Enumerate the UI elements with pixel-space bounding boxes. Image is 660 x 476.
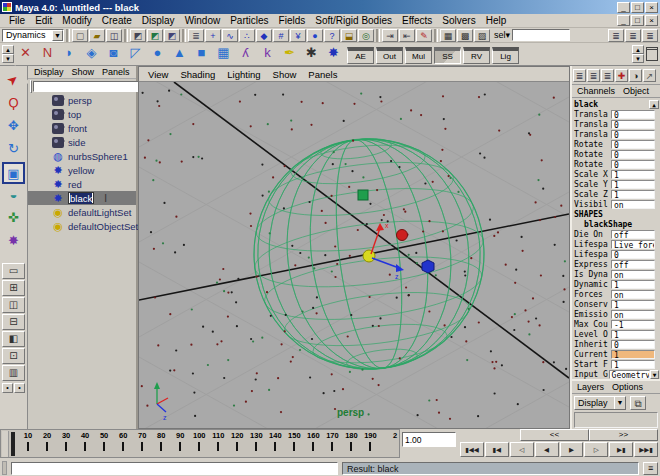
viewport-scene[interactable]: xzzpersp xyxy=(139,82,569,428)
highlight-icon[interactable]: ◎ xyxy=(358,29,374,42)
play-backward-button[interactable]: ◀ xyxy=(535,442,559,457)
command-line-handle[interactable] xyxy=(2,461,7,475)
current-frame-marker[interactable] xyxy=(11,432,15,456)
planar-icon[interactable]: ◸ xyxy=(125,44,146,64)
outliner-item-defaultobjectset[interactable]: ◉defaultObjectSet xyxy=(28,219,136,233)
new-scene-icon[interactable]: ▢ xyxy=(72,29,88,42)
select-object-icon[interactable]: ◩ xyxy=(147,29,163,42)
move-tool-icon[interactable]: ✥ xyxy=(2,116,25,138)
last-tool-icon[interactable]: ✸ xyxy=(2,231,25,253)
layout-two-pane-stacked-button[interactable]: ⊟ xyxy=(2,314,25,330)
lasso-tool-icon[interactable]: Ϙ xyxy=(2,93,25,115)
outliner-sort-icon[interactable]: ≡ xyxy=(30,80,32,93)
manip-contrast-icon[interactable]: ◑ xyxy=(629,69,642,82)
manip-axis-icon[interactable]: ✚ xyxy=(615,69,628,82)
menu-file[interactable]: File xyxy=(4,14,30,27)
outliner-item-persp[interactable]: persp xyxy=(28,93,136,107)
outliner-item-defaultlightset[interactable]: ◉defaultLightSet xyxy=(28,205,136,219)
menu-display[interactable]: Display xyxy=(137,14,180,27)
construction-history-icon[interactable]: ● xyxy=(307,29,323,42)
manip-arrow-icon[interactable]: ↗ xyxy=(643,69,656,82)
construction-toggle-icon[interactable]: ✎ xyxy=(416,29,432,42)
window-close-button[interactable]: × xyxy=(645,2,658,13)
green-emitter-marker[interactable] xyxy=(358,190,368,200)
soft-mod-tool-icon[interactable]: ◒ xyxy=(2,185,25,207)
select-hierarchy-icon[interactable]: ◩ xyxy=(130,29,146,42)
rename-edit-field[interactable]: black xyxy=(68,192,94,204)
extrude-icon[interactable]: ◙ xyxy=(103,44,124,64)
lock-icon[interactable]: ⬓ xyxy=(341,29,357,42)
poly-cylinder-icon[interactable]: ▦ xyxy=(213,44,234,64)
shelf-button-rv[interactable]: RV xyxy=(463,47,490,64)
layout-two-pane-side-button[interactable]: ◫ xyxy=(2,297,25,313)
rotate-tool-icon[interactable]: ↻ xyxy=(2,139,25,161)
snap-to-points-icon[interactable]: ∴ xyxy=(239,29,255,42)
help-icon[interactable]: ? xyxy=(324,29,340,42)
current-time-field[interactable] xyxy=(402,432,456,447)
layer-menu-layers[interactable]: Layers xyxy=(574,382,607,392)
poly-cube-icon[interactable]: ■ xyxy=(191,44,212,64)
menu-effects[interactable]: Effects xyxy=(397,14,437,27)
next-pane-button[interactable]: >> xyxy=(589,429,658,441)
time-slider[interactable]: 1020304050607080901001101201301401501601… xyxy=(0,429,400,458)
channel-value-field[interactable]: -1 xyxy=(611,320,655,329)
show-tool-settings-icon[interactable]: ≣ xyxy=(625,29,641,42)
render-globals-icon[interactable]: ▨ xyxy=(474,29,490,42)
speed-medium-icon[interactable]: ≣ xyxy=(587,69,600,82)
scale-tool-icon[interactable]: ▣ xyxy=(2,162,25,184)
select-component-icon[interactable]: ◩ xyxy=(164,29,180,42)
snap-to-curves-icon[interactable]: ∿ xyxy=(222,29,238,42)
mdi-maximize-button[interactable]: □ xyxy=(631,15,644,26)
yellow-emitter-marker[interactable] xyxy=(363,250,375,262)
scroll-up-icon[interactable]: ▲ xyxy=(649,100,659,109)
step-forward-frame-button[interactable]: ▶▮ xyxy=(609,442,633,457)
channel-value-field[interactable]: 1 xyxy=(611,190,655,199)
menu-solvers[interactable]: Solvers xyxy=(437,14,480,27)
command-line-input[interactable] xyxy=(11,462,338,475)
menu-set-selector[interactable]: Dynamics ▼ xyxy=(2,29,64,42)
time-ticks[interactable]: 1020304050607080901001101201301401501601… xyxy=(9,430,399,458)
title-bar[interactable]: Maya 4.0: .\untitled --- black _□× xyxy=(0,0,660,14)
outliner-item-front[interactable]: front xyxy=(28,121,136,135)
cv-curve-tool-icon[interactable]: ✕ xyxy=(15,44,36,64)
window-maximize-button[interactable]: □ xyxy=(631,2,644,13)
show-attribute-editor-icon[interactable]: ≣ xyxy=(608,29,624,42)
revolve-icon[interactable]: ◗ xyxy=(59,44,80,64)
channel-value-field[interactable]: 0 xyxy=(611,340,655,349)
menu-window[interactable]: Window xyxy=(180,14,226,27)
layout-four-pane-button[interactable]: ⊞ xyxy=(2,280,25,296)
shelf-button-mul[interactable]: Mul xyxy=(405,47,432,64)
outliner-menu-panels[interactable]: Panels xyxy=(99,67,133,77)
trash-icon[interactable] xyxy=(646,47,658,61)
outliner-menu-display[interactable]: Display xyxy=(31,67,67,77)
ik-handle-tool-icon[interactable]: k xyxy=(257,44,278,64)
quick-select-input[interactable] xyxy=(512,29,570,41)
shelf-button-ss[interactable]: SS xyxy=(434,47,461,64)
outliner-menu-show[interactable]: Show xyxy=(69,67,98,77)
shelf-scroll-up-icon[interactable]: ▲ xyxy=(632,45,644,54)
menu-modify[interactable]: Modify xyxy=(57,14,96,27)
channel-value-field[interactable]: off xyxy=(611,230,655,239)
layer-display-dropdown[interactable]: Display ▼ xyxy=(574,396,626,410)
outliner-item-yellow[interactable]: ✸yellow xyxy=(28,163,136,177)
scroll-down-icon[interactable]: ▼ xyxy=(650,370,659,379)
channel-value-field[interactable]: 0 xyxy=(611,250,655,259)
shelf-button-lig[interactable]: Lig xyxy=(492,47,519,64)
outliner-item-side[interactable]: side xyxy=(28,135,136,149)
menu-fields[interactable]: Fields xyxy=(274,14,311,27)
layer-list[interactable] xyxy=(574,412,658,428)
go-to-start-button[interactable]: ▮◀◀ xyxy=(460,442,484,457)
save-scene-icon[interactable]: ◫ xyxy=(106,29,122,42)
menu-soft-rigid-bodies[interactable]: Soft/Rigid Bodies xyxy=(310,14,397,27)
nurbs-sphere-icon[interactable]: ● xyxy=(147,44,168,64)
channel-value-field[interactable]: on xyxy=(611,310,655,319)
channel-value-field[interactable]: 0 xyxy=(611,140,655,149)
viewport-menu-show[interactable]: Show xyxy=(268,69,302,80)
shelf-up-icon[interactable]: ▲ xyxy=(2,45,14,54)
channel-value-field[interactable]: Geometry L xyxy=(609,370,650,379)
layout-persp-graph-button[interactable]: ⊡ xyxy=(2,348,25,364)
shelf-scroll-down-icon[interactable]: ▼ xyxy=(632,54,644,63)
outliner-item-red[interactable]: ✸red xyxy=(28,177,136,191)
menu-help[interactable]: Help xyxy=(481,14,512,27)
viewport-menu-shading[interactable]: Shading xyxy=(175,69,220,80)
